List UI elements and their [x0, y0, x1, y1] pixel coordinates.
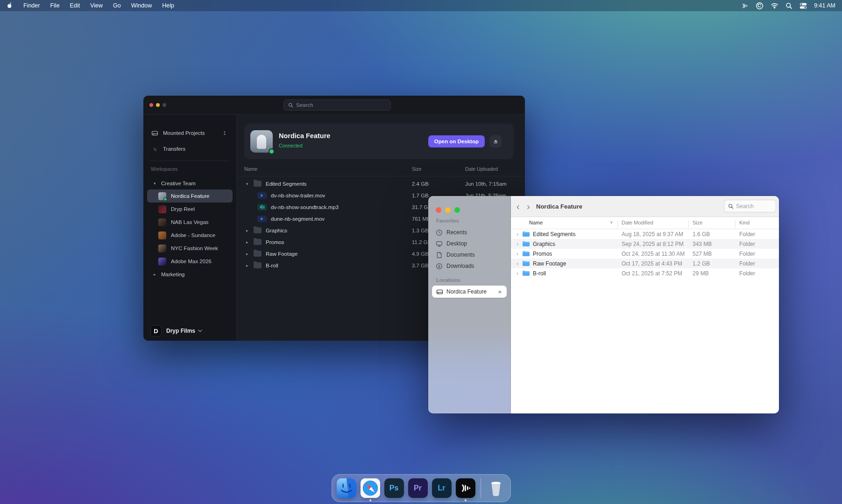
dock-item-trash[interactable]	[486, 478, 506, 498]
workspace-project-item[interactable]: NAB Las Vegas	[147, 216, 233, 229]
sidebar-divider	[150, 161, 230, 161]
column-name[interactable]: Name	[244, 166, 257, 172]
waveform-app-status-icon[interactable]	[741, 2, 749, 9]
column-kind[interactable]: Kind	[739, 220, 750, 225]
disclosure-closed-icon[interactable]: ▸	[246, 240, 254, 245]
finder-toolbar: ‹ › Nordica Feature Search	[511, 196, 779, 217]
file-size: 2.4 GB	[412, 181, 429, 187]
menu-bar-item[interactable]: Edit	[70, 2, 80, 9]
workspace-group-creative-team[interactable]: ▾ Creative Team	[143, 178, 236, 189]
column-size[interactable]: Size	[693, 220, 702, 225]
eject-icon	[497, 289, 502, 294]
sort-chevron-icon[interactable]: ∨	[610, 220, 613, 224]
disclosure-closed-icon[interactable]: ▸	[246, 263, 254, 268]
eject-button[interactable]	[497, 289, 502, 294]
account-switcher[interactable]: D Dryp Films	[143, 324, 236, 338]
menu-bar-status: 9:41 AM	[741, 2, 835, 10]
column-divider[interactable]	[688, 220, 689, 228]
column-date-modified[interactable]: Date Modified	[622, 220, 653, 225]
column-name[interactable]: Name	[529, 220, 543, 225]
finder-sidebar-item[interactable]: Downloads	[428, 260, 510, 272]
account-name: Dryp Films	[166, 328, 195, 334]
workspace-project-item[interactable]: Adobe - Sundance	[147, 229, 233, 242]
finder-file-row[interactable]: › Edited Segments Aug 18, 2025 at 9:37 A…	[511, 229, 779, 239]
dock-separator	[481, 478, 481, 498]
back-button[interactable]: ‹	[517, 196, 520, 217]
wifi-icon[interactable]	[771, 2, 778, 9]
forward-button[interactable]: ›	[527, 196, 530, 217]
creative-team-label: Creative Team	[161, 181, 196, 186]
project-thumbnail	[158, 192, 166, 200]
marketing-label: Marketing	[161, 272, 185, 277]
disclosure-closed-icon[interactable]: ›	[517, 242, 521, 246]
close-button[interactable]	[149, 103, 153, 107]
dock-item[interactable]: Ps	[384, 478, 404, 498]
minimize-button[interactable]	[156, 103, 160, 107]
disclosure-closed-icon[interactable]: ▸	[246, 252, 254, 256]
disclosure-closed-icon[interactable]: ›	[517, 252, 521, 256]
disclosure-open-icon[interactable]: ▾	[246, 182, 254, 186]
finder-search-input[interactable]: Search	[724, 200, 776, 212]
file-row[interactable]: ▾ Edited Segments 2.4 GB Jun 10th, 7:15a…	[237, 178, 525, 189]
project-thumbnail	[158, 205, 166, 213]
column-date-uploaded[interactable]: Date Uploaded	[465, 166, 498, 172]
finder-sidebar-item[interactable]: Recents	[428, 227, 510, 238]
minimize-button[interactable]	[445, 207, 451, 213]
workspace-group-marketing[interactable]: ▸ Marketing	[143, 269, 236, 280]
column-size[interactable]: Size	[412, 166, 421, 172]
sidebar-item-transfers[interactable]: ↑↓ Transfers	[143, 143, 236, 155]
dock-item[interactable]	[337, 478, 356, 498]
workspace-project-item[interactable]: NYC Fashion Week	[147, 242, 233, 255]
disclosure-closed-icon[interactable]: ›	[517, 271, 521, 276]
menu-bar-item[interactable]: Finder	[23, 2, 40, 9]
workspace-project-item[interactable]: Nordica Feature	[147, 189, 233, 203]
file-size: 761 MB	[412, 216, 431, 222]
file-name: Raw Footage	[266, 251, 297, 257]
finder-sidebar-item[interactable]: Documents	[428, 249, 510, 260]
menu-bar-item[interactable]: Help	[162, 2, 174, 9]
menu-bar-item[interactable]: File	[50, 2, 59, 9]
finder-file-row[interactable]: › B-roll Oct 21, 2025 at 7:52 PM 29 MB F…	[511, 268, 779, 278]
finder-sidebar-item[interactable]: Desktop	[428, 238, 510, 249]
finder-date-modified: Oct 21, 2025 at 7:52 PM	[622, 270, 682, 277]
eject-button[interactable]	[489, 135, 502, 147]
disclosure-closed-icon[interactable]: ▸	[246, 228, 254, 233]
finder-file-row[interactable]: › Graphics Sep 24, 2025 at 8:12 PM 343 M…	[511, 239, 779, 249]
file-table-header: Name Size Date Uploaded	[237, 166, 525, 175]
file-name: Edited Segments	[266, 181, 307, 187]
finder-file-name: Promos	[533, 251, 552, 257]
column-divider[interactable]	[617, 220, 618, 228]
disclosure-closed-icon[interactable]: ›	[517, 261, 521, 266]
apple-menu-icon[interactable]	[7, 2, 13, 9]
creative-cloud-icon[interactable]	[756, 2, 764, 10]
finder-file-row[interactable]: › Promos Oct 24, 2025 at 11:30 AM 527 MB…	[511, 249, 779, 259]
connection-status: Connected	[279, 143, 303, 148]
menu-bar-item[interactable]: Go	[113, 2, 121, 9]
clock-time[interactable]: 9:41 AM	[814, 2, 835, 9]
dock-item[interactable]: Lr	[432, 478, 452, 498]
disclosure-closed-icon[interactable]: ›	[517, 232, 521, 237]
waveform-app-icon	[460, 483, 471, 494]
sidebar-item-mounted-projects[interactable]: Mounted Projects 1	[143, 127, 236, 139]
menu-bar-item[interactable]: View	[90, 2, 103, 9]
control-center-icon[interactable]	[800, 2, 807, 9]
eject-icon	[493, 139, 499, 144]
workspace-project-item[interactable]: Dryp Reel	[147, 203, 233, 216]
finder-file-row[interactable]: › Raw Footage Oct 17, 2025 at 4:43 PM 1.…	[511, 259, 779, 268]
file-size: 3.7 GB	[412, 263, 429, 268]
dock-item[interactable]: Pr	[408, 478, 428, 498]
close-button[interactable]	[436, 207, 441, 213]
app-search-input[interactable]: Search	[283, 99, 391, 111]
workspace-project-item[interactable]: Adobe Max 2026	[147, 255, 233, 268]
column-divider[interactable]	[735, 220, 736, 228]
location-nordica-feature-selected[interactable]: Nordica Feature	[432, 286, 507, 298]
spotlight-search-icon[interactable]	[785, 2, 792, 9]
finder-file-size: 527 MB	[693, 251, 712, 257]
menu-bar-item[interactable]: Window	[131, 2, 152, 9]
folder-icon	[254, 239, 262, 245]
dock-item[interactable]	[361, 478, 380, 498]
dock-item[interactable]	[456, 478, 475, 498]
finder-file-list: › Edited Segments Aug 18, 2025 at 9:37 A…	[511, 229, 779, 278]
zoom-button[interactable]	[454, 207, 460, 213]
open-on-desktop-button[interactable]: Open on Desktop	[428, 135, 485, 147]
